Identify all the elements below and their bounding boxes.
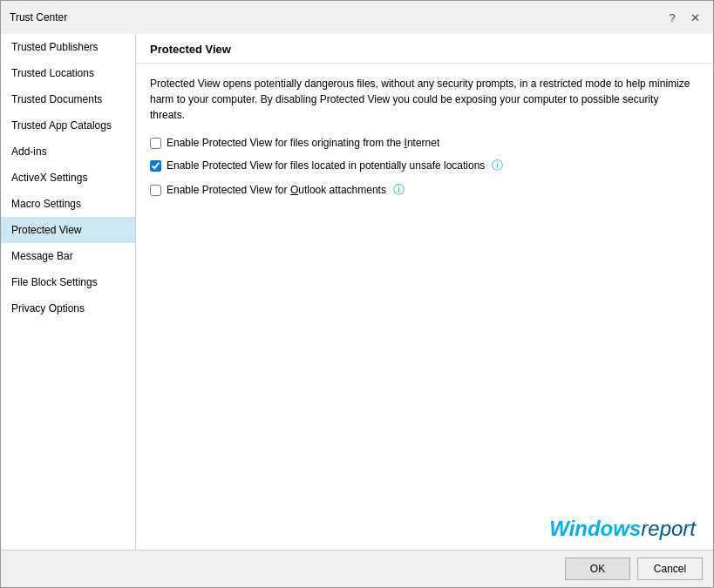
checkbox-unsafe-label[interactable]: Enable Protected View for files located … xyxy=(167,159,485,172)
checkbox-outlook-label[interactable]: Enable Protected View for Outlook attach… xyxy=(167,184,386,196)
sidebar-item-trusted-app-catalogs[interactable]: Trusted App Catalogs xyxy=(1,112,135,139)
checkbox-unsafe[interactable] xyxy=(150,160,161,172)
sidebar-item-trusted-publishers[interactable]: Trusted Publishers xyxy=(1,34,135,60)
content-body: Protected View opens potentially dangero… xyxy=(136,64,713,550)
sidebar-item-message-bar[interactable]: Message Bar xyxy=(1,243,135,269)
checkbox-unsafe-item: Enable Protected View for files located … xyxy=(150,158,699,173)
sidebar-item-activex-settings[interactable]: ActiveX Settings xyxy=(1,165,135,191)
close-button[interactable]: ✕ xyxy=(685,8,704,27)
checkbox-internet-label[interactable]: Enable Protected View for files originat… xyxy=(167,137,439,149)
checkbox-internet-item: Enable Protected View for files originat… xyxy=(150,137,699,149)
title-bar-right: ? ✕ xyxy=(663,8,704,27)
sidebar-item-file-block-settings[interactable]: File Block Settings xyxy=(1,269,135,295)
dialog-body: Trusted PublishersTrusted LocationsTrust… xyxy=(1,34,713,550)
content-header: Protected View xyxy=(136,34,713,64)
title-bar: Trust Center ? ✕ xyxy=(1,1,713,34)
cancel-button[interactable]: Cancel xyxy=(637,558,703,580)
description-text: Protected View opens potentially dangero… xyxy=(150,76,690,123)
sidebar-item-add-ins[interactable]: Add-ins xyxy=(1,139,135,165)
title-bar-left: Trust Center xyxy=(10,11,67,24)
checkbox-internet[interactable] xyxy=(150,138,161,149)
checkbox-outlook-item: Enable Protected View for Outlook attach… xyxy=(150,182,699,198)
sidebar-item-protected-view[interactable]: Protected View xyxy=(1,217,135,243)
dialog-title: Trust Center xyxy=(10,11,67,24)
help-button[interactable]: ? xyxy=(663,8,682,27)
sidebar-item-macro-settings[interactable]: Macro Settings xyxy=(1,191,135,217)
content-wrapper: Protected View Protected View opens pote… xyxy=(136,34,713,550)
sidebar-item-trusted-documents[interactable]: Trusted Documents xyxy=(1,86,135,112)
info-icon-unsafe[interactable]: ⓘ xyxy=(492,158,503,173)
sidebar-item-privacy-options[interactable]: Privacy Options xyxy=(1,295,135,321)
trust-center-dialog: Trust Center ? ✕ Trusted PublishersTrust… xyxy=(0,0,714,588)
dialog-footer: OK Cancel xyxy=(1,550,713,587)
sidebar: Trusted PublishersTrusted LocationsTrust… xyxy=(1,34,136,550)
ok-button[interactable]: OK xyxy=(565,558,630,580)
sidebar-item-trusted-locations[interactable]: Trusted Locations xyxy=(1,60,135,86)
checkbox-outlook[interactable] xyxy=(150,185,161,196)
info-icon-outlook[interactable]: ⓘ xyxy=(393,182,405,198)
content-area: Protected View Protected View opens pote… xyxy=(136,34,713,550)
